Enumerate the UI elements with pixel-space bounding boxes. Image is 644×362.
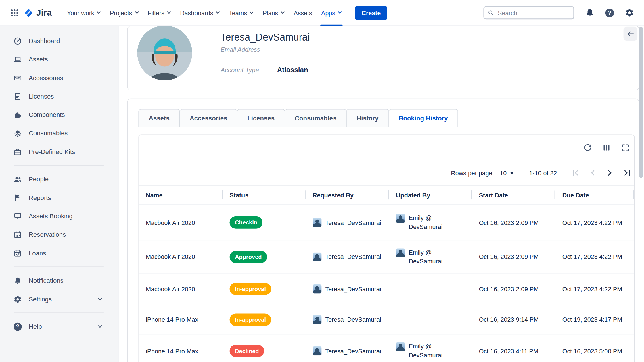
cell-start-date: Oct 16, 2023 2:09 PM bbox=[472, 253, 555, 260]
question-mark-icon: ? bbox=[605, 8, 614, 17]
table-row[interactable]: iPhone 14 Pro Max Declined Teresa_DevSam… bbox=[139, 334, 634, 362]
nav-item-filters[interactable]: Filters bbox=[143, 0, 176, 26]
cell-due-date: Oct 16, 2023 5:00 PM bbox=[555, 347, 634, 354]
columns-button[interactable] bbox=[602, 143, 611, 152]
sidebar-item-assets-booking[interactable]: Assets Booking bbox=[0, 207, 119, 225]
profile-card: Teresa_DevSamurai Email Address Account … bbox=[127, 26, 639, 90]
chevron-down-icon bbox=[216, 11, 220, 14]
nav-item-apps[interactable]: Apps bbox=[317, 0, 346, 26]
sidebar-item-help[interactable]: ? Help bbox=[0, 317, 119, 336]
help-button[interactable]: ? bbox=[605, 8, 614, 17]
settings-button[interactable] bbox=[625, 8, 634, 17]
tab-assets[interactable]: Assets bbox=[138, 109, 180, 127]
refresh-icon bbox=[583, 143, 592, 152]
cell-due-date: Oct 17, 2023 4:22 PM bbox=[555, 219, 634, 226]
account-type-row: Account Type Atlassian bbox=[221, 66, 308, 74]
main-content: Teresa_DevSamurai Email Address Account … bbox=[119, 26, 644, 362]
nav-item-plans[interactable]: Plans bbox=[258, 0, 289, 26]
last-page-button[interactable] bbox=[622, 167, 632, 178]
column-header-name[interactable]: Name bbox=[139, 186, 223, 205]
avatar bbox=[396, 214, 405, 223]
column-header-due-date[interactable]: Due Date bbox=[555, 186, 634, 205]
nav-item-teams[interactable]: Teams bbox=[224, 0, 258, 26]
nav-item-your-work[interactable]: Your work bbox=[62, 0, 105, 26]
layers-icon bbox=[14, 129, 22, 137]
app-switcher-button[interactable] bbox=[7, 6, 22, 20]
back-button[interactable] bbox=[624, 27, 638, 41]
cell-requested-by: Teresa_DevSamurai bbox=[306, 315, 389, 324]
tab-bar: Assets Accessories Licenses Consumables … bbox=[138, 109, 639, 127]
column-header-start-date[interactable]: Start Date bbox=[472, 186, 555, 205]
nav-item-assets[interactable]: Assets bbox=[289, 0, 317, 26]
chevron-down-icon bbox=[98, 325, 102, 328]
column-header-updated-by[interactable]: Updated By bbox=[389, 186, 472, 205]
column-header-status[interactable]: Status bbox=[223, 186, 306, 205]
search-input[interactable] bbox=[497, 9, 570, 17]
avatar bbox=[313, 315, 321, 324]
page-title: Teresa_DevSamurai bbox=[221, 32, 310, 43]
chevron-right-icon bbox=[605, 168, 615, 178]
puzzle-icon bbox=[14, 111, 22, 119]
flag-icon bbox=[14, 194, 22, 202]
sidebar-item-assets[interactable]: Assets bbox=[0, 50, 119, 68]
refresh-button[interactable] bbox=[583, 143, 592, 152]
sidebar-item-dashboard[interactable]: Dashboard bbox=[0, 32, 119, 50]
sidebar-item-components[interactable]: Components bbox=[0, 105, 119, 124]
gear-icon bbox=[625, 8, 634, 17]
nav-item-dashboards[interactable]: Dashboards bbox=[176, 0, 225, 26]
tab-booking-history[interactable]: Booking History bbox=[388, 109, 458, 127]
chevron-down-icon bbox=[281, 11, 285, 14]
sidebar-item-notifications[interactable]: Notifications bbox=[0, 271, 119, 290]
chevron-down-icon bbox=[338, 11, 342, 14]
sidebar-item-reports[interactable]: Reports bbox=[0, 188, 119, 207]
jira-logo-text: Jira bbox=[36, 8, 52, 18]
sidebar-item-people[interactable]: People bbox=[0, 170, 119, 188]
sidebar-divider bbox=[14, 312, 104, 313]
first-page-button[interactable] bbox=[570, 167, 581, 178]
cell-name: iPhone 14 Pro Max bbox=[139, 316, 223, 323]
cell-start-date: Oct 16, 2023 2:09 PM bbox=[472, 286, 555, 292]
rows-per-page-label: Rows per page bbox=[451, 169, 492, 176]
chevron-down-icon bbox=[250, 11, 254, 14]
create-button[interactable]: Create bbox=[355, 6, 387, 20]
jira-logo[interactable]: Jira bbox=[24, 8, 52, 18]
fullscreen-button[interactable] bbox=[621, 143, 630, 152]
nav-item-projects[interactable]: Projects bbox=[105, 0, 143, 26]
cell-updated-by: Emily @ DevSamurai bbox=[389, 248, 472, 265]
sidebar-item-loans[interactable]: Loans bbox=[0, 244, 119, 262]
sidebar-item-licenses[interactable]: Licenses bbox=[0, 87, 119, 105]
table-row[interactable]: Macbook Air 2020 Checkin Teresa_DevSamur… bbox=[139, 205, 634, 240]
primary-nav: Your work Projects Filters Dashboards Te… bbox=[62, 0, 346, 26]
sidebar-item-settings[interactable]: Settings bbox=[0, 290, 119, 308]
notifications-button[interactable] bbox=[585, 8, 594, 17]
tab-consumables[interactable]: Consumables bbox=[284, 109, 347, 127]
vertical-scrollbar[interactable] bbox=[639, 27, 643, 178]
tab-history[interactable]: History bbox=[346, 109, 389, 127]
rows-per-page-select[interactable]: 10 bbox=[500, 169, 514, 176]
columns-icon bbox=[602, 143, 611, 152]
table-row[interactable]: Macbook Air 2020 In-approval Teresa_DevS… bbox=[139, 273, 634, 305]
avatar bbox=[313, 218, 321, 227]
table-row[interactable]: iPhone 14 Pro Max In-approval Teresa_Dev… bbox=[139, 305, 634, 334]
next-page-button[interactable] bbox=[605, 167, 615, 178]
sidebar-item-pre-defined-kits[interactable]: Pre-Defined Kits bbox=[0, 143, 119, 161]
account-type-label: Account Type bbox=[221, 66, 259, 74]
caret-down-icon bbox=[510, 171, 514, 174]
previous-page-button[interactable] bbox=[587, 167, 598, 178]
sidebar-item-reservations[interactable]: Reservations bbox=[0, 225, 119, 244]
cell-updated-by: Emily @ DevSamurai bbox=[389, 342, 472, 360]
search-box[interactable] bbox=[483, 6, 574, 19]
cell-due-date: Oct 17, 2023 4:22 PM bbox=[555, 286, 634, 292]
people-icon bbox=[14, 175, 22, 183]
sidebar-item-accessories[interactable]: Accessories bbox=[0, 69, 119, 87]
status-badge: Checkin bbox=[230, 216, 263, 229]
table-row[interactable]: Macbook Air 2020 Approved Teresa_DevSamu… bbox=[139, 240, 634, 273]
tab-accessories[interactable]: Accessories bbox=[179, 109, 237, 127]
calendar-check-icon bbox=[14, 249, 22, 257]
account-type-value: Atlassian bbox=[277, 66, 308, 74]
avatar bbox=[137, 26, 192, 80]
column-header-requested-by[interactable]: Requested By bbox=[306, 186, 389, 205]
sidebar-item-consumables[interactable]: Consumables bbox=[0, 124, 119, 142]
tab-licenses[interactable]: Licenses bbox=[237, 109, 285, 127]
app-window: Jira Your work Projects Filters Dashboar… bbox=[0, 0, 644, 362]
